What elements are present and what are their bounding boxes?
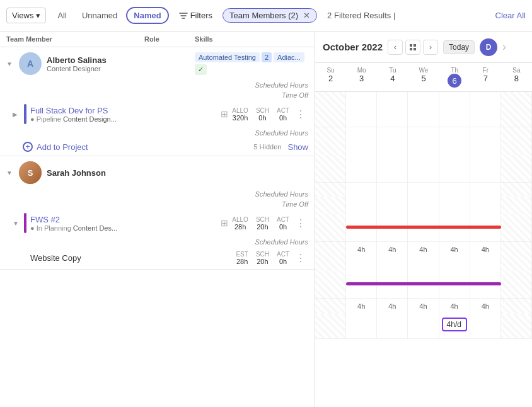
named-filter-tab[interactable]: Named [126, 7, 168, 24]
cal-cell-sa-alberto-timeoff [501, 141, 532, 155]
add-to-project-row[interactable]: + Add to Project 5 Hidden Show [0, 138, 315, 156]
day-num-6: 6 [448, 74, 461, 88]
person-role-alberto: Content Designer [47, 65, 190, 72]
filters-button[interactable]: Filters [174, 8, 217, 23]
sarah-time-off-row: Time Off [0, 199, 315, 209]
fws2-sch-we: 4h [408, 299, 439, 314]
person-section-alberto: ▼ A Alberto Salinas Content Designer Aut… [0, 47, 315, 156]
view-filter-group: All Unnamed Named [51, 7, 168, 24]
column-headers: Team Member Role Skills [0, 32, 315, 47]
cal-cell-mo-alberto-timeoff [346, 141, 377, 155]
next-month-button[interactable]: › [423, 40, 438, 55]
allo-value-fws2: 28h [234, 223, 246, 231]
doc-icon-fullstack[interactable]: ⊞ [221, 109, 228, 119]
cal-cell-th-alberto-sch [439, 127, 470, 141]
project-sub-fws2: ● In Planning Content Des... [30, 224, 217, 232]
allo-stat-fws2: ALLO 28h [232, 216, 248, 231]
svg-rect-2 [410, 48, 412, 50]
skills-area-alberto: Automated Testing 2 Adiac... ✓ [195, 52, 308, 75]
sarah-gantt-section [315, 214, 532, 242]
svg-rect-1 [413, 44, 416, 47]
alberto-time-off-row: Time Off [0, 90, 315, 100]
allo-value-fullstack: 320h [233, 114, 248, 122]
time-off-label-alberto: Time Off [23, 91, 308, 99]
cal-cell-fr-alberto-timeoff [470, 141, 501, 155]
fws2-sch-mo: 4h [346, 299, 377, 314]
all-filter-tab[interactable]: All [51, 8, 72, 23]
fws2-sch-tu: 4h [377, 299, 408, 314]
cal-cell-we-fullstack [408, 155, 439, 183]
cal-row-fullstack [315, 155, 532, 183]
cal-row-fws2-sch: 4h 4h 4h 4h 4h [315, 299, 532, 314]
add-project-label: Add to Project [37, 142, 88, 152]
month-title: October 2022 [323, 42, 383, 52]
sch-label-website-copy: SCH [256, 251, 269, 258]
clear-all-button[interactable]: Clear All [495, 11, 526, 20]
cal-cell-su-alberto-sch [315, 127, 346, 141]
doc-icon-fws2[interactable]: ⊞ [221, 218, 228, 228]
calendar-header: October 2022 ‹ › Today D › [315, 32, 532, 63]
more-button-website-copy[interactable]: ⋮ [293, 252, 308, 264]
cal-row-alberto-sch-hours [315, 127, 532, 141]
cal-cell-th-alberto-timeoff [439, 141, 470, 155]
unnamed-filter-tab[interactable]: Unnamed [76, 8, 124, 23]
show-hidden-link[interactable]: Show [287, 142, 308, 152]
more-button-fullstack[interactable]: ⋮ [293, 108, 308, 120]
calendar-content: 4h 4h 4h 4h 4h [315, 92, 532, 407]
day-num-7: 7 [483, 74, 488, 83]
cal-cell-sa-alberto-sch [501, 127, 532, 141]
close-icon[interactable]: ✕ [303, 11, 310, 20]
cal-cell-we-alberto-timeoff [408, 141, 439, 155]
project-expand-fws2[interactable]: ▼ [13, 220, 20, 227]
day-col-tu: Tu 4 [377, 66, 408, 89]
cal-cell-fr-fullstack-sch [470, 183, 501, 197]
skills-col-header: Skills [195, 35, 308, 43]
project-role-fullstack: Content Design... [63, 115, 117, 123]
day-col-fr: Fr 7 [470, 66, 501, 89]
project-expand-fullstack[interactable]: ▶ [13, 111, 20, 118]
sarah-sch-su [315, 242, 346, 257]
day-name-tu: Tu [389, 67, 396, 74]
website-copy-hours-input[interactable]: 4h/d [442, 318, 467, 331]
calendar-nav: ‹ › [388, 40, 438, 55]
more-button-fws2[interactable]: ⋮ [293, 217, 308, 229]
person-name-alberto: Alberto Salinas [47, 55, 190, 65]
avatar-alberto: A [19, 52, 42, 75]
sch-value-fullstack: 0h [258, 114, 266, 122]
team-members-filter-chip[interactable]: Team Members (2) ✕ [223, 8, 317, 23]
project-color-bar-fws2 [24, 213, 26, 233]
allo-stat-fullstack: ALLO 320h [232, 107, 248, 122]
cal-cell-sa-fullstack [501, 155, 532, 183]
project-name-fullstack[interactable]: Full Stack Dev for PS [30, 106, 217, 115]
sch-stat-fullstack: SCH 0h [256, 107, 269, 122]
prev-month-button[interactable]: ‹ [388, 40, 403, 55]
team-member-col-header: Team Member [6, 35, 144, 43]
allo-label-fws2: ALLO [232, 216, 248, 223]
today-button[interactable]: Today [443, 40, 475, 54]
fullstack-scheduled-hours-row: Scheduled Hours [0, 128, 315, 138]
sch-stat-website-copy: SCH 20h [256, 251, 269, 265]
sch-value-fws2: 20h [257, 223, 268, 231]
main-content: Team Member Role Skills ▼ A Alberto Sali… [0, 32, 532, 407]
grid-view-button[interactable] [405, 40, 420, 55]
cal-cell-we-alberto-sch [408, 127, 439, 141]
toolbar: Views ▾ All Unnamed Named Filters Team M… [0, 0, 532, 32]
cal-row-add-hidden [315, 197, 532, 214]
person-info-sarah: Sarah Johnson [47, 168, 308, 178]
cal-cell-sa-sarah [501, 214, 532, 242]
expand-arrow-sarah[interactable]: ▼ [6, 169, 14, 176]
skill-check: ✓ [195, 64, 207, 75]
filter-icon [179, 11, 188, 20]
expand-arrow-alberto[interactable]: ▼ [6, 60, 14, 67]
views-button[interactable]: Views ▾ [6, 8, 46, 23]
day-col-we: We 5 [408, 66, 439, 89]
day-name-su: Su [327, 67, 334, 74]
project-name-fws2[interactable]: FWS #2 [30, 215, 217, 224]
cal-cell-su-alberto-timeoff [315, 141, 346, 155]
day-name-mo: Mo [357, 67, 366, 74]
project-color-bar-fullstack [24, 104, 26, 124]
act-value-website-copy: 0h [279, 258, 287, 265]
alberto-scheduled-hours-row: Scheduled Hours [0, 80, 315, 90]
svg-rect-0 [410, 44, 412, 47]
day-name-we: We [419, 67, 429, 74]
